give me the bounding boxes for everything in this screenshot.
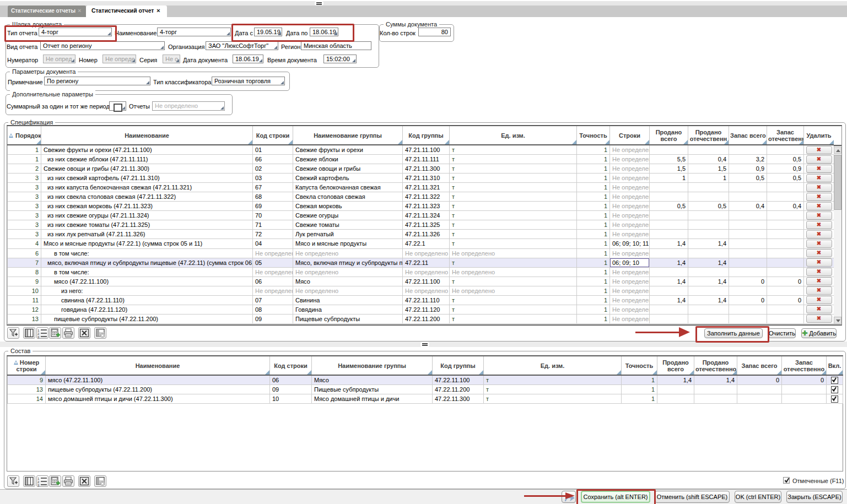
svg-text:3: 3 [37, 335, 40, 338]
svg-text:3: 3 [37, 484, 40, 487]
